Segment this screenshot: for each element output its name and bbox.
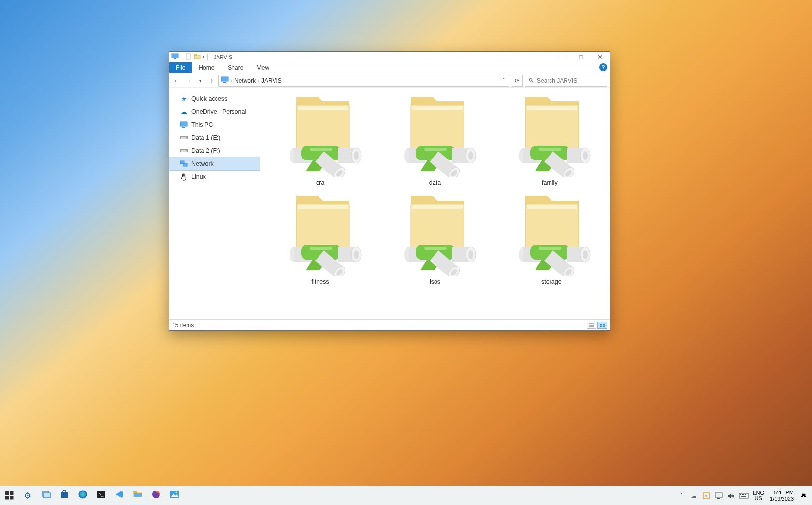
svg-point-40	[175, 491, 177, 493]
breadcrumb-root-icon[interactable]	[221, 76, 229, 85]
ribbon-tab-home[interactable]: Home	[192, 62, 221, 73]
ribbon-tab-share[interactable]: Share	[221, 62, 250, 73]
star-icon: ★	[180, 95, 188, 102]
network-share-folder[interactable]: cra	[263, 93, 377, 186]
taskbar-photos-button[interactable]	[165, 486, 184, 505]
taskbar-settings-button[interactable]: ⚙	[18, 486, 37, 505]
sidebar-item-label: Data 1 (E:)	[191, 134, 220, 141]
folder-label: isos	[430, 278, 440, 285]
folder-icon	[133, 490, 143, 501]
chevron-right-icon[interactable]: ›	[231, 77, 232, 84]
svg-point-15	[183, 174, 183, 175]
language-indicator[interactable]: ENG US	[751, 491, 766, 501]
folder-label: cra	[316, 179, 324, 186]
edge-icon	[78, 490, 87, 502]
svg-rect-21	[603, 324, 605, 325]
navigation-pane[interactable]: ★ Quick access ☁ OneDrive - Personal Thi…	[169, 88, 260, 319]
svg-point-31	[79, 491, 87, 499]
taskbar-explorer-button[interactable]	[129, 486, 147, 505]
network-folder-icon	[506, 192, 593, 276]
tray-display-icon[interactable]	[713, 492, 725, 499]
nav-recent-dropdown[interactable]: ▾	[195, 78, 205, 83]
taskbar-edge-button[interactable]	[73, 486, 92, 505]
clock-time: 5:41 PM	[774, 490, 794, 495]
taskbar-vscode-button[interactable]	[110, 486, 129, 505]
svg-point-42	[705, 495, 707, 497]
folder-label: data	[429, 179, 441, 186]
chevron-up-icon: ˄	[680, 492, 683, 500]
start-button[interactable]	[0, 486, 18, 505]
breadcrumb-item-jarvis[interactable]: JARVIS	[261, 77, 282, 84]
qat-properties-icon[interactable]	[185, 53, 192, 61]
taskbar-store-button[interactable]	[55, 486, 73, 505]
taskbar-firefox-button[interactable]	[147, 486, 165, 505]
svg-rect-2	[186, 54, 190, 59]
svg-rect-0	[172, 54, 178, 58]
svg-rect-45	[740, 493, 748, 498]
svg-rect-3	[187, 55, 189, 55]
sidebar-item-data-1[interactable]: Data 1 (E:)	[169, 131, 260, 144]
sidebar-item-linux[interactable]: Linux	[169, 170, 260, 183]
tray-volume-icon[interactable]: 🔊︎	[725, 492, 737, 500]
sidebar-item-onedrive[interactable]: ☁ OneDrive - Personal	[169, 105, 260, 118]
view-large-icons-button[interactable]	[597, 322, 607, 329]
ribbon-file-tab[interactable]: File	[169, 62, 192, 73]
sidebar-item-quick-access[interactable]: ★ Quick access	[169, 92, 260, 105]
svg-rect-36	[134, 493, 142, 497]
status-item-count: 15 items	[172, 322, 194, 329]
breadcrumb-dropdown[interactable]: ˅	[502, 77, 507, 84]
ribbon-tab-view[interactable]: View	[250, 62, 276, 73]
content-pane[interactable]: cradatafamilyfitnessisos_storage	[260, 88, 610, 319]
ribbon: File Home Share View ?	[169, 62, 610, 73]
speaker-icon: 🔊︎	[728, 492, 735, 500]
sidebar-item-label: Data 2 (F:)	[191, 147, 220, 154]
qat-customize-icon[interactable]: ▾	[203, 55, 204, 59]
network-icon	[180, 160, 188, 168]
nav-forward-button[interactable]: →	[184, 77, 193, 85]
network-share-folder[interactable]: isos	[377, 192, 492, 285]
lang-top: ENG	[753, 491, 764, 496]
taskbar-taskview-button[interactable]	[37, 486, 55, 505]
svg-rect-20	[600, 324, 602, 325]
sidebar-item-network[interactable]: Network	[169, 157, 260, 170]
clock-date: 1/19/2023	[770, 496, 794, 502]
clock[interactable]: 5:41 PM 1/19/2023	[767, 490, 797, 501]
sidebar-item-data-2[interactable]: Data 2 (F:)	[169, 144, 260, 157]
file-explorer-window[interactable]: ▾ JARVIS — □ ✕ File Home Share View ? ← …	[169, 51, 610, 331]
sidebar-item-this-pc[interactable]: This PC	[169, 118, 260, 131]
network-share-folder[interactable]: fitness	[263, 192, 377, 285]
nav-back-button[interactable]: ←	[172, 77, 182, 85]
view-details-button[interactable]	[587, 322, 596, 329]
breadcrumb[interactable]: › Network › JARVIS ˅	[218, 75, 509, 87]
window-title: JARVIS	[214, 54, 232, 60]
breadcrumb-item-network[interactable]: Network	[234, 77, 256, 84]
sidebar-item-label: Quick access	[191, 95, 227, 102]
tray-overflow-button[interactable]: ˄	[675, 492, 687, 500]
close-button[interactable]: ✕	[591, 52, 610, 62]
network-folder-icon	[392, 93, 478, 177]
svg-text:>_: >_	[99, 492, 104, 497]
tray-keyboard-icon[interactable]	[738, 493, 750, 499]
network-share-folder[interactable]: _storage	[493, 192, 607, 285]
qat-newfolder-icon[interactable]	[194, 53, 201, 61]
taskbar-terminal-button[interactable]: >_	[92, 486, 110, 505]
action-center-button[interactable]: 💬︎	[798, 491, 809, 500]
nav-up-button[interactable]: ↑	[207, 77, 217, 85]
title-bar[interactable]: ▾ JARVIS — □ ✕	[169, 52, 610, 62]
chevron-right-icon[interactable]: ›	[258, 77, 260, 84]
sidebar-item-label: OneDrive - Personal	[191, 108, 246, 115]
network-share-folder[interactable]: data	[377, 93, 492, 186]
help-icon[interactable]: ?	[599, 63, 607, 71]
terminal-icon: >_	[97, 491, 105, 501]
minimize-button[interactable]: —	[552, 52, 571, 62]
svg-rect-46	[740, 494, 741, 495]
taskbar[interactable]: ⚙ >_ ˄ ☁ 🔊︎ ENG US	[0, 486, 812, 505]
network-folder-icon	[277, 192, 364, 276]
maximize-button[interactable]: □	[571, 52, 591, 62]
network-share-folder[interactable]: family	[493, 93, 607, 186]
linux-icon	[180, 173, 188, 181]
search-input[interactable]: 🔍︎ Search JARVIS	[525, 75, 607, 87]
refresh-button[interactable]: ⟳	[511, 75, 523, 87]
tray-onedrive-icon[interactable]: ☁	[688, 492, 699, 500]
tray-security-icon[interactable]	[700, 492, 712, 500]
